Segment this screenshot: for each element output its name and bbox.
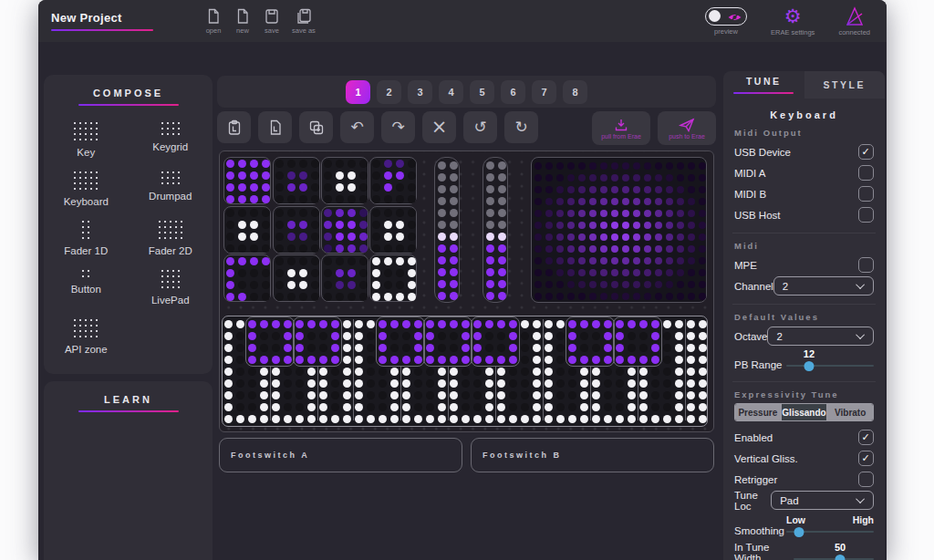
octave-select[interactable]: 2	[767, 327, 874, 346]
footswitch-row: Footswitch A Footswitch B	[219, 438, 714, 472]
compose-item-keygrid[interactable]: Keygrid	[129, 120, 213, 158]
in-tune-width-slider[interactable]: 50	[794, 551, 874, 560]
pad-10[interactable]	[273, 254, 320, 302]
pad-1[interactable]	[223, 157, 271, 204]
pad-7[interactable]	[321, 206, 368, 254]
compose-item-button[interactable]: Button	[44, 268, 129, 306]
pad-3[interactable]	[321, 157, 368, 204]
midi-a-checkbox[interactable]	[858, 165, 874, 181]
open-label: open	[206, 26, 222, 35]
mpe-checkbox[interactable]	[858, 257, 874, 273]
layer-tab-1[interactable]: 1	[346, 80, 370, 104]
connected-indicator: connected	[838, 6, 870, 36]
keyboard-zone[interactable]	[222, 316, 708, 427]
expressivity-segmented-control: Pressure Glissando Vibrato	[734, 403, 874, 421]
segment-vibrato[interactable]: Vibrato	[827, 404, 873, 420]
open-button[interactable]: open	[204, 7, 223, 35]
layer-tab-2[interactable]: 2	[377, 80, 401, 104]
fader-2d[interactable]	[531, 157, 707, 303]
channel-select[interactable]: 2	[773, 276, 874, 296]
delete-button[interactable]: ×	[422, 111, 456, 143]
tab-style[interactable]: STYLE	[804, 71, 886, 99]
redo-button[interactable]: ↷	[381, 111, 415, 143]
erae-sync-buttons: pull from Erae push to Erae	[592, 111, 716, 145]
livepad-icon	[160, 268, 182, 290]
pad-2[interactable]	[273, 157, 320, 204]
erae-settings-label: ERAE settings	[771, 28, 815, 36]
compose-title: COMPOSE	[44, 75, 213, 99]
compose-item-fader2d[interactable]: Fader 2D	[129, 219, 213, 256]
pad-9[interactable]	[223, 254, 271, 302]
channel-row: Channel 2	[734, 275, 874, 296]
usb-host-checkbox[interactable]	[858, 207, 874, 223]
layer-tab-3[interactable]: 3	[408, 80, 432, 104]
usb-host-row: USB Host	[734, 204, 874, 225]
smoothing-slider[interactable]: Low High	[786, 524, 874, 536]
footswitch-b-zone[interactable]: Footswitch B	[471, 438, 714, 472]
duplicate-button[interactable]	[299, 111, 333, 143]
pad-5[interactable]	[223, 206, 271, 254]
undo-button[interactable]: ↶	[340, 111, 374, 143]
compose-item-apizone[interactable]: API zone	[44, 317, 129, 355]
vertical-gliss-row: Vertical Gliss.	[734, 448, 874, 469]
footswitch-a-zone[interactable]: Footswitch A	[219, 438, 462, 472]
compose-item-key[interactable]: Key	[44, 120, 129, 158]
compose-item-fader1d[interactable]: Fader 1D	[44, 219, 129, 256]
pad-11[interactable]	[321, 254, 368, 302]
fader-1d-b[interactable]	[483, 157, 508, 303]
retrigger-checkbox[interactable]	[858, 472, 874, 487]
segment-glissando[interactable]: Glissando	[781, 404, 828, 420]
enabled-row: Enabled	[734, 427, 874, 448]
gear-icon: ⚙	[784, 6, 802, 26]
preview-toggle-pill[interactable]	[705, 7, 747, 26]
layout-canvas[interactable]	[219, 150, 714, 432]
layer-tab-4[interactable]: 4	[439, 80, 463, 104]
erae-settings-button[interactable]: ⚙ ERAE settings	[771, 6, 815, 36]
keygrid-icon	[160, 120, 182, 137]
paste-layout-button[interactable]	[217, 111, 251, 143]
segment-pressure[interactable]: Pressure	[735, 404, 781, 420]
copy-layout-button[interactable]	[258, 111, 292, 143]
chevron-down-icon	[856, 330, 865, 339]
enabled-checkbox[interactable]	[858, 430, 874, 445]
pull-download-icon	[613, 118, 629, 132]
save-label: save	[265, 26, 279, 35]
learn-panel: LEARN	[44, 381, 213, 560]
tab-tune[interactable]: TUNE	[723, 71, 804, 99]
rotate-ccw-button[interactable]: ↺	[463, 111, 497, 143]
pb-range-thumb[interactable]	[804, 361, 814, 371]
pull-from-erae-button[interactable]: pull from Erae	[592, 111, 650, 145]
layer-tab-7[interactable]: 7	[532, 80, 556, 104]
in-tune-width-thumb[interactable]	[835, 555, 846, 560]
expressivity-section-label: Expressivity Tune	[734, 389, 874, 399]
pad-12[interactable]	[369, 254, 417, 302]
rotate-ccw-icon: ↺	[473, 119, 486, 135]
pad-6[interactable]	[273, 206, 320, 254]
new-label: new	[236, 26, 249, 35]
fader-1d-a[interactable]	[434, 157, 460, 303]
compose-item-keyboard[interactable]: Keyboard	[44, 170, 129, 207]
save-button[interactable]: save	[263, 7, 281, 35]
tune-loc-select[interactable]: Pad	[771, 491, 874, 510]
preview-toggle[interactable]: preview	[705, 7, 747, 36]
save-as-button[interactable]: save as	[292, 7, 316, 35]
compose-item-drumpad[interactable]: Drumpad	[129, 170, 213, 207]
black-key-frame	[376, 316, 425, 367]
layer-tab-5[interactable]: 5	[470, 80, 494, 104]
pb-range-slider[interactable]: 12	[786, 358, 874, 370]
eye-slash-icon	[727, 11, 742, 24]
compose-item-livepad[interactable]: LivePad	[129, 268, 213, 306]
key-divider-line	[685, 319, 686, 420]
layer-tab-6[interactable]: 6	[501, 80, 525, 104]
smoothing-thumb[interactable]	[794, 527, 804, 537]
push-to-erae-button[interactable]: push to Erae	[658, 111, 716, 145]
usb-device-checkbox[interactable]	[858, 144, 874, 160]
black-key-frame	[471, 316, 520, 367]
midi-b-checkbox[interactable]	[858, 186, 874, 202]
pad-8[interactable]	[369, 206, 417, 254]
layer-tab-8[interactable]: 8	[563, 80, 587, 104]
rotate-cw-button[interactable]: ↻	[504, 111, 538, 143]
pad-4[interactable]	[369, 157, 417, 204]
vertical-gliss-checkbox[interactable]	[858, 451, 874, 466]
new-button[interactable]: new	[234, 7, 252, 35]
